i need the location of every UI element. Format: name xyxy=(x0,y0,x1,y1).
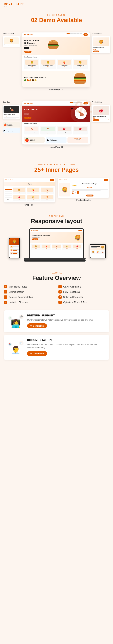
mock-logo-02: ROYAL FARE xyxy=(24,102,34,104)
category-side-card: 🍔 Beef Burger xyxy=(2,36,20,47)
feature-check-icon xyxy=(58,296,62,299)
nav-dot xyxy=(66,34,70,34)
quantity-plus[interactable]: + xyxy=(77,191,79,194)
feature-label: Fully Responsive xyxy=(63,290,80,293)
site-header: ROYAL FARE ● ● ● xyxy=(0,0,113,9)
quantity-minus[interactable]: − xyxy=(72,191,74,194)
laptop-card-img: 🍗 xyxy=(52,245,61,248)
card-img: 🍗 xyxy=(41,188,53,192)
phone-card-price xyxy=(13,250,17,250)
burger-illustration xyxy=(47,40,60,52)
phone-card-info xyxy=(13,246,18,247)
laptop-card-img: 🍔 xyxy=(32,245,40,248)
phone-card: 🍗 xyxy=(10,252,19,254)
card-img: 🍔 xyxy=(13,188,25,192)
feature-check-icon xyxy=(4,300,7,304)
sidebar-item[interactable] xyxy=(5,197,12,198)
burger-emoji: 🍔 xyxy=(10,39,14,42)
laptop-logo: ROYAL FARE xyxy=(31,230,38,231)
shop-mock-card: 🥩 $18 xyxy=(12,195,26,201)
mock-hero-text-01: Munch Crunch Grillhouse Fresh & Deliciou… xyxy=(24,40,47,53)
sidebar-item[interactable] xyxy=(5,191,12,192)
blog-side-img: 🍗 xyxy=(4,106,19,113)
sidebar-item[interactable] xyxy=(5,193,12,194)
category-card-label: Category Card xyxy=(2,32,20,34)
product-card-label-01: Product Card xyxy=(92,32,110,34)
product-detail-price: $12.00 xyxy=(72,187,108,188)
mock-hero-btn-01[interactable]: Order Now xyxy=(24,51,32,53)
support-content: PREMIUM SUPPORT Our Professionals will h… xyxy=(27,314,105,328)
tablet-hero-emoji: 🍔 xyxy=(101,246,104,248)
product-side-name-02: Steak with Vegetable xyxy=(93,116,109,117)
inner-section-title: 25+ Inner Pages xyxy=(4,166,109,173)
product-side-btn-02[interactable]: Add Cart xyxy=(93,119,99,121)
features-title: Feature Overview xyxy=(4,275,109,281)
shop-banner-title: Shop xyxy=(5,183,54,185)
sidebar-item[interactable] xyxy=(5,195,12,196)
blog-card-label: Blog Card xyxy=(2,101,20,103)
tablet-hero: 🍔 xyxy=(90,245,105,250)
responsive-section: RESPONSIVE Responsive layout ROYAL FARE xyxy=(0,210,113,267)
demo-section-title: 02 Demo Available xyxy=(4,17,109,24)
laptop-nav-links xyxy=(62,230,82,231)
product-details-label: Product Details xyxy=(58,199,109,201)
phone-card-name xyxy=(13,246,18,246)
mock-hero-subtext-01: Fresh & Delicious Burgers xyxy=(24,45,47,46)
nav-dot xyxy=(80,102,82,103)
custom-burger-visual xyxy=(72,73,88,86)
feature-multi-home: Multi Home Pages xyxy=(4,285,54,288)
food-price: $12 xyxy=(25,66,38,67)
features-grid: Multi Home Pages GSAP Animations Minimal… xyxy=(4,285,109,304)
support-card: 👩‍💻 💬 ✓ PREMIUM SUPPORT Our Professional… xyxy=(4,310,109,332)
support-person-emoji: 👩‍💻 xyxy=(11,320,21,328)
product-side-btn-01[interactable]: Add Cart xyxy=(93,50,99,52)
shop-page-item: ROYAL FARE Order Shop Category xyxy=(4,178,55,206)
food-img: 🍔 xyxy=(41,60,54,64)
demo-2-label: Home Page 02 xyxy=(22,146,90,148)
food-img: 🍔 xyxy=(74,60,87,64)
feature-check-icon xyxy=(58,290,62,294)
support-title: PREMIUM SUPPORT xyxy=(27,314,105,317)
docs-person-emoji: 👨‍💼 xyxy=(11,346,21,354)
food-img-02: 🥩 xyxy=(58,126,71,131)
support-contact-button[interactable]: Contact us xyxy=(27,323,47,328)
docs-illustration: 👨‍💼 📄 📚 xyxy=(8,341,24,354)
feature-check-icon xyxy=(58,285,62,288)
shop-mock-card: 🍔 $12 xyxy=(12,188,26,194)
product-mock-logo: ROYAL FARE xyxy=(59,179,67,181)
phone-card-price xyxy=(13,247,17,247)
laptop-card-img: 🥩 xyxy=(73,245,81,248)
mock-custom-section: MAKE YOUR OWN BURGER xyxy=(22,71,90,87)
card-price: $14 xyxy=(41,199,53,200)
shop-page-label: Shop Page xyxy=(4,204,55,206)
product-details-preview: ROYAL FARE Order 🍔 Grand Grillhouse Burg… xyxy=(58,178,109,198)
responsive-devices: ROYAL FARE Munch Crunch Grillhouse B xyxy=(4,228,109,262)
phone-card-name xyxy=(13,252,18,253)
food-img: 🍔 xyxy=(25,60,38,64)
laptop-card-price: $10 xyxy=(63,248,71,249)
phone-card-name xyxy=(13,249,18,250)
mock-nav-01: ROYAL FARE Order xyxy=(22,32,90,37)
food-img: 🍟 xyxy=(58,60,71,64)
docs-float-1: 📄 xyxy=(20,341,23,344)
nav-cta: Order xyxy=(84,34,88,36)
mock-custom-text: MAKE YOUR OWN BURGER xyxy=(24,77,70,81)
feature-gsap: GSAP Animations xyxy=(58,285,109,288)
docs-content: DOCUMENTATION Detailed documentation whi… xyxy=(27,339,105,356)
card-img: 🍟 xyxy=(27,188,40,192)
card-price: $10 xyxy=(27,199,40,200)
shop-mock-body: Category Price 🍔 $12 🍟 xyxy=(4,186,55,202)
demo-section: 02 HOME PAGES 02 Demo Available xyxy=(0,9,113,32)
tablet-card: 🍟 xyxy=(96,250,100,254)
laptop-hero-heading: Munch Crunch Grillhouse xyxy=(32,235,74,236)
tablet-cards: 🍔 🍟 🍗 xyxy=(90,250,105,254)
product-side-card-01: 🍔 Crunch Grillhouse $240 Add Cart ♥ xyxy=(92,36,110,54)
docs-contact-button[interactable]: Contact us xyxy=(27,351,47,356)
sidebar-item[interactable] xyxy=(5,189,12,190)
product-details-item: ROYAL FARE Order 🍔 Grand Grillhouse Burg… xyxy=(58,178,109,206)
responsive-title: Responsive layout xyxy=(4,218,109,224)
hero-02-btn[interactable]: Order Now xyxy=(24,117,32,119)
tablet-screen: 🍔 🍔 🍟 🍗 xyxy=(90,245,105,258)
product-detail-btn[interactable]: Add to Cart xyxy=(86,194,94,196)
laptop-base xyxy=(24,258,86,260)
